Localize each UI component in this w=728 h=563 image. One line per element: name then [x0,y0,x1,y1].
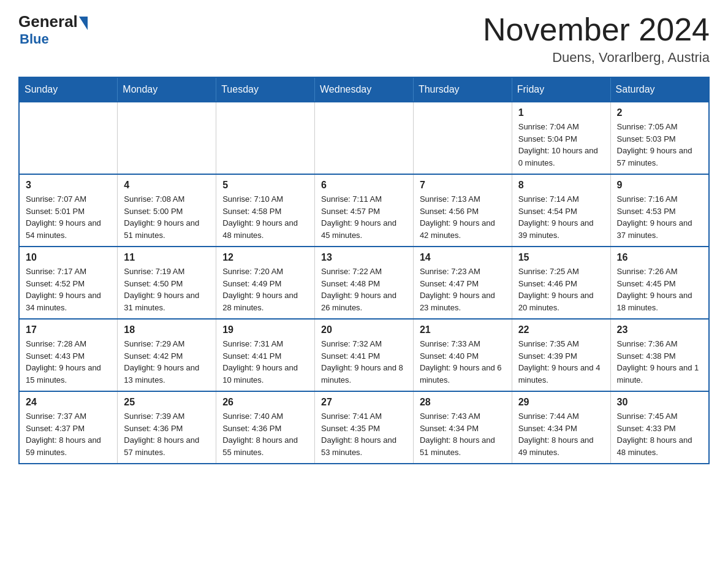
calendar-cell: 4Sunrise: 7:08 AMSunset: 5:00 PMDaylight… [118,174,216,247]
calendar-cell [315,102,414,174]
logo-general: General [18,12,78,31]
calendar-cell: 27Sunrise: 7:41 AMSunset: 4:35 PMDayligh… [315,391,414,464]
day-number: 13 [321,252,407,263]
day-info: Sunrise: 7:31 AMSunset: 4:41 PMDaylight:… [222,338,308,386]
day-info: Sunrise: 7:17 AMSunset: 4:52 PMDaylight:… [26,266,111,313]
day-info: Sunrise: 7:13 AMSunset: 4:56 PMDaylight:… [420,193,506,241]
day-number: 18 [124,324,210,335]
calendar-cell: 8Sunrise: 7:14 AMSunset: 4:54 PMDaylight… [512,174,610,247]
day-info: Sunrise: 7:08 AMSunset: 5:00 PMDaylight:… [124,193,210,241]
calendar-cell: 28Sunrise: 7:43 AMSunset: 4:34 PMDayligh… [413,391,512,464]
calendar-week-4: 17Sunrise: 7:28 AMSunset: 4:43 PMDayligh… [19,319,709,391]
weekday-header-monday: Monday [118,77,216,102]
calendar-cell: 6Sunrise: 7:11 AMSunset: 4:57 PMDaylight… [315,174,414,247]
calendar-cell: 11Sunrise: 7:19 AMSunset: 4:50 PMDayligh… [118,247,216,319]
calendar-cell: 3Sunrise: 7:07 AMSunset: 5:01 PMDaylight… [19,174,118,247]
day-number: 25 [124,397,210,408]
calendar-cell: 19Sunrise: 7:31 AMSunset: 4:41 PMDayligh… [216,319,315,391]
day-info: Sunrise: 7:20 AMSunset: 4:49 PMDaylight:… [222,266,308,313]
calendar-cell: 10Sunrise: 7:17 AMSunset: 4:52 PMDayligh… [19,247,118,319]
day-number: 12 [222,252,308,263]
calendar-cell: 15Sunrise: 7:25 AMSunset: 4:46 PMDayligh… [512,247,610,319]
day-info: Sunrise: 7:28 AMSunset: 4:43 PMDaylight:… [26,338,111,386]
weekday-header-friday: Friday [512,77,610,102]
day-number: 30 [617,397,702,408]
calendar-cell: 22Sunrise: 7:35 AMSunset: 4:39 PMDayligh… [512,319,610,391]
calendar-cell [118,102,216,174]
day-info: Sunrise: 7:25 AMSunset: 4:46 PMDaylight:… [518,266,604,313]
day-info: Sunrise: 7:33 AMSunset: 4:40 PMDaylight:… [420,338,506,386]
day-info: Sunrise: 7:23 AMSunset: 4:47 PMDaylight:… [420,266,506,313]
day-info: Sunrise: 7:43 AMSunset: 4:34 PMDaylight:… [420,410,506,458]
calendar-cell [216,102,315,174]
calendar-cell [19,102,118,174]
day-number: 4 [124,180,210,191]
logo: General Blue [18,12,88,47]
calendar-body: 1Sunrise: 7:04 AMSunset: 5:04 PMDaylight… [19,102,709,464]
day-info: Sunrise: 7:37 AMSunset: 4:37 PMDaylight:… [26,410,111,458]
day-number: 14 [420,252,506,263]
logo-top: General [18,12,88,31]
day-number: 10 [26,252,111,263]
day-info: Sunrise: 7:26 AMSunset: 4:45 PMDaylight:… [617,266,702,313]
weekday-header-tuesday: Tuesday [216,77,315,102]
calendar-table: SundayMondayTuesdayWednesdayThursdayFrid… [18,77,710,464]
day-info: Sunrise: 7:10 AMSunset: 4:58 PMDaylight:… [222,193,308,241]
day-number: 26 [222,397,308,408]
weekday-row: SundayMondayTuesdayWednesdayThursdayFrid… [19,77,709,102]
day-info: Sunrise: 7:16 AMSunset: 4:53 PMDaylight:… [617,193,702,241]
day-info: Sunrise: 7:36 AMSunset: 4:38 PMDaylight:… [617,338,702,386]
calendar-cell [413,102,512,174]
day-number: 22 [518,324,604,335]
calendar-cell: 17Sunrise: 7:28 AMSunset: 4:43 PMDayligh… [19,319,118,391]
weekday-header-sunday: Sunday [19,77,118,102]
title-block: November 2024 Duens, Vorarlberg, Austria [483,12,710,66]
logo-arrow-icon [79,17,88,30]
day-number: 6 [321,180,407,191]
calendar-week-1: 1Sunrise: 7:04 AMSunset: 5:04 PMDaylight… [19,102,709,174]
day-info: Sunrise: 7:19 AMSunset: 4:50 PMDaylight:… [124,266,210,313]
day-info: Sunrise: 7:35 AMSunset: 4:39 PMDaylight:… [518,338,604,386]
day-number: 11 [124,252,210,263]
day-info: Sunrise: 7:14 AMSunset: 4:54 PMDaylight:… [518,193,604,241]
day-number: 9 [617,180,702,191]
day-number: 5 [222,180,308,191]
day-number: 27 [321,397,407,408]
day-number: 8 [518,180,604,191]
calendar-cell: 14Sunrise: 7:23 AMSunset: 4:47 PMDayligh… [413,247,512,319]
calendar-cell: 16Sunrise: 7:26 AMSunset: 4:45 PMDayligh… [610,247,709,319]
calendar-cell: 29Sunrise: 7:44 AMSunset: 4:34 PMDayligh… [512,391,610,464]
calendar-cell: 1Sunrise: 7:04 AMSunset: 5:04 PMDaylight… [512,102,610,174]
day-number: 23 [617,324,702,335]
day-info: Sunrise: 7:29 AMSunset: 4:42 PMDaylight:… [124,338,210,386]
day-number: 28 [420,397,506,408]
calendar-week-2: 3Sunrise: 7:07 AMSunset: 5:01 PMDaylight… [19,174,709,247]
day-info: Sunrise: 7:45 AMSunset: 4:33 PMDaylight:… [617,410,702,458]
calendar-cell: 21Sunrise: 7:33 AMSunset: 4:40 PMDayligh… [413,319,512,391]
day-info: Sunrise: 7:04 AMSunset: 5:04 PMDaylight:… [518,121,604,169]
day-info: Sunrise: 7:05 AMSunset: 5:03 PMDaylight:… [617,121,702,169]
day-number: 24 [26,397,111,408]
page-header: General Blue November 2024 Duens, Vorarl… [18,12,710,66]
day-number: 16 [617,252,702,263]
day-number: 17 [26,324,111,335]
day-info: Sunrise: 7:39 AMSunset: 4:36 PMDaylight:… [124,410,210,458]
calendar-header: SundayMondayTuesdayWednesdayThursdayFrid… [19,77,709,102]
weekday-header-saturday: Saturday [610,77,709,102]
calendar-cell: 12Sunrise: 7:20 AMSunset: 4:49 PMDayligh… [216,247,315,319]
calendar-week-3: 10Sunrise: 7:17 AMSunset: 4:52 PMDayligh… [19,247,709,319]
day-number: 2 [617,107,702,118]
day-number: 3 [26,180,111,191]
month-year-title: November 2024 [483,12,710,47]
day-info: Sunrise: 7:11 AMSunset: 4:57 PMDaylight:… [321,193,407,241]
calendar-week-5: 24Sunrise: 7:37 AMSunset: 4:37 PMDayligh… [19,391,709,464]
calendar-cell: 24Sunrise: 7:37 AMSunset: 4:37 PMDayligh… [19,391,118,464]
logo-blue: Blue [20,31,49,47]
calendar-cell: 20Sunrise: 7:32 AMSunset: 4:41 PMDayligh… [315,319,414,391]
calendar-cell: 18Sunrise: 7:29 AMSunset: 4:42 PMDayligh… [118,319,216,391]
calendar-cell: 30Sunrise: 7:45 AMSunset: 4:33 PMDayligh… [610,391,709,464]
day-info: Sunrise: 7:41 AMSunset: 4:35 PMDaylight:… [321,410,407,458]
day-number: 15 [518,252,604,263]
day-number: 7 [420,180,506,191]
day-info: Sunrise: 7:07 AMSunset: 5:01 PMDaylight:… [26,193,111,241]
